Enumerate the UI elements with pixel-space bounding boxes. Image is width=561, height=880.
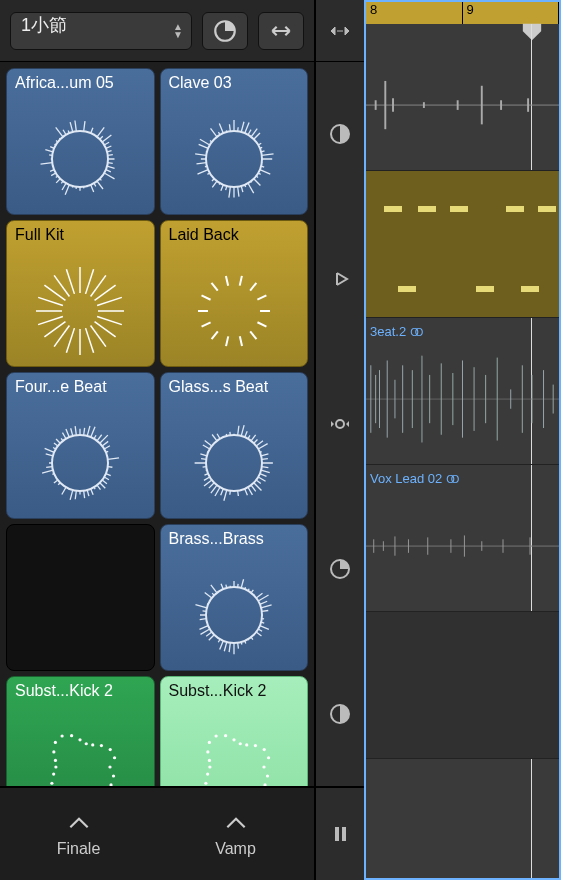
track-mode-4[interactable] (316, 496, 364, 641)
live-cell[interactable]: Laid Back (160, 220, 309, 367)
quantize-dropdown[interactable]: 1小節 ▲▼ (10, 12, 192, 50)
track-mode-5[interactable] (316, 641, 364, 786)
svg-line-181 (108, 457, 119, 458)
svg-line-242 (241, 642, 242, 644)
svg-line-153 (54, 480, 58, 483)
live-cell[interactable]: Africa...um 05 (6, 68, 155, 215)
track-mode-2[interactable] (316, 207, 364, 352)
svg-line-37 (75, 120, 76, 131)
svg-line-237 (256, 632, 261, 636)
svg-line-277 (260, 601, 267, 604)
svg-line-230 (262, 458, 268, 459)
live-cell[interactable]: Full Kit (6, 220, 155, 367)
svg-line-258 (195, 604, 207, 607)
stretch-mode-button[interactable] (258, 12, 304, 50)
svg-point-329 (336, 420, 344, 428)
svg-line-73 (205, 166, 207, 167)
svg-point-302 (109, 747, 112, 750)
svg-line-39 (84, 121, 85, 131)
svg-line-191 (248, 487, 252, 495)
svg-rect-333 (342, 827, 346, 841)
live-cell[interactable]: Four...e Beat (6, 372, 155, 519)
svg-line-214 (212, 434, 217, 440)
quantize-label: 1小節 (21, 15, 67, 35)
live-cell[interactable]: Glass...s Beat (160, 372, 309, 519)
svg-line-141 (97, 485, 100, 489)
svg-line-162 (53, 447, 56, 449)
track-lane[interactable]: Vox Lead 02 OO (366, 465, 559, 612)
track-lane[interactable] (366, 171, 559, 318)
svg-line-6 (104, 173, 114, 179)
waveform-icon (366, 52, 559, 158)
svg-line-145 (84, 490, 85, 497)
scene-trigger-right[interactable]: Vamp (157, 788, 314, 880)
svg-line-202 (204, 480, 212, 486)
timeline-ruler[interactable]: 8 9 (366, 2, 559, 24)
svg-line-54 (260, 169, 270, 173)
live-cell[interactable]: Subst...Kick 2 (160, 676, 309, 786)
svg-point-292 (55, 765, 58, 768)
svg-line-204 (204, 473, 208, 475)
svg-point-314 (204, 781, 207, 784)
svg-line-174 (94, 435, 96, 439)
svg-line-60 (244, 184, 245, 186)
live-cell[interactable]: Subst...Kick 2 (6, 676, 155, 786)
live-cell[interactable] (6, 524, 155, 671)
svg-line-157 (46, 466, 52, 467)
transport-pause[interactable] (316, 786, 364, 880)
timeline-zoom-button[interactable] (316, 0, 364, 62)
cells-panel: 1小節 ▲▼ Africa...um 05 Clave 03 Full Kit … (0, 0, 316, 880)
svg-line-105 (67, 328, 75, 353)
cell-label: Four...e Beat (15, 378, 146, 396)
svg-point-320 (214, 734, 217, 737)
svg-line-246 (224, 642, 226, 651)
track-mode-1[interactable] (316, 62, 364, 207)
cell-label: Glass...s Beat (169, 378, 300, 396)
cell-label: Africa...um 05 (15, 74, 146, 92)
svg-point-280 (109, 765, 112, 768)
svg-line-179 (106, 451, 108, 452)
svg-line-278 (261, 604, 272, 607)
svg-line-95 (258, 143, 261, 145)
svg-line-41 (91, 127, 93, 132)
track-mode-3[interactable] (316, 352, 364, 497)
svg-point-316 (208, 765, 211, 768)
svg-line-67 (219, 183, 220, 184)
scene-trigger-left[interactable]: Finale (0, 788, 157, 880)
svg-point-133 (52, 435, 108, 491)
svg-line-135 (108, 466, 113, 467)
svg-point-291 (52, 772, 55, 775)
svg-line-221 (241, 425, 244, 436)
svg-line-251 (206, 632, 212, 636)
svg-line-20 (56, 178, 60, 182)
svg-point-304 (262, 765, 265, 768)
svg-point-300 (91, 743, 94, 746)
cell-waveform-icon (7, 407, 154, 518)
svg-line-58 (251, 181, 252, 182)
svg-line-152 (58, 482, 60, 484)
svg-line-275 (256, 593, 262, 598)
svg-line-113 (67, 269, 75, 294)
svg-line-128 (211, 282, 217, 290)
svg-line-245 (229, 642, 230, 651)
scene-label: Finale (57, 840, 101, 858)
pie-icon (328, 557, 352, 581)
svg-line-74 (196, 162, 206, 163)
timeline-panel[interactable]: 8 9 (364, 0, 561, 880)
svg-line-212 (204, 440, 211, 445)
svg-line-103 (86, 328, 94, 353)
midi-note (476, 286, 494, 292)
svg-line-98 (262, 153, 274, 155)
track-lane[interactable]: 3eat.2 OO (366, 318, 559, 465)
track-lane[interactable] (366, 612, 559, 759)
live-cell[interactable]: Clave 03 (160, 68, 309, 215)
svg-point-317 (208, 758, 211, 761)
svg-line-172 (87, 425, 90, 435)
svg-line-83 (218, 132, 220, 135)
live-cell[interactable]: Brass...Brass (160, 524, 309, 671)
svg-line-36 (70, 122, 73, 132)
track-lane[interactable] (366, 24, 559, 171)
svg-point-293 (54, 758, 57, 761)
midi-note (521, 286, 539, 292)
loop-mode-button[interactable] (202, 12, 248, 50)
